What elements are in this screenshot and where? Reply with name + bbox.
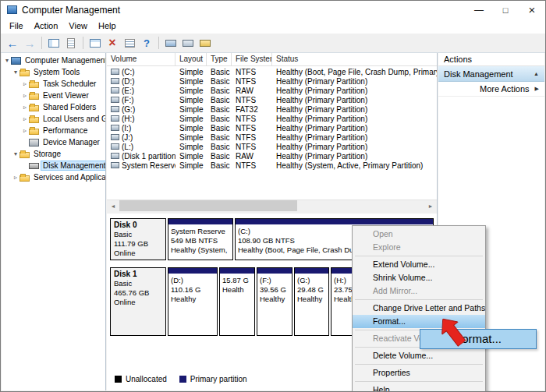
tree-item-shared-folders[interactable]: ▹ Shared Folders	[2, 101, 105, 113]
scroll-right-icon[interactable]: ►	[424, 200, 437, 212]
column-volume[interactable]: Volume	[107, 53, 176, 65]
table-row[interactable]: (Disk 1 partition 2) Simple Basic RAW He…	[107, 151, 437, 161]
volume-icon	[111, 162, 119, 168]
table-row[interactable]: (J:) Simple Basic NTFS Healthy (Primary …	[107, 132, 437, 142]
forward-icon[interactable]	[21, 35, 38, 51]
menu-item-properties[interactable]: Properties	[353, 366, 485, 380]
actions-group-disk-management[interactable]: Disk Management ▲	[438, 66, 544, 82]
menu-bar: File Action View Help	[1, 19, 545, 34]
menu-item-format[interactable]: Format...	[353, 315, 485, 328]
volume-icon	[111, 69, 119, 75]
title-bar: Computer Management — □ ×	[1, 1, 545, 19]
tree-item-computer-management[interactable]: ▾ Computer Management (Local	[2, 55, 105, 66]
scroll-left-icon[interactable]: ◄	[107, 200, 119, 212]
tree-item-storage[interactable]: ▾ Storage	[2, 148, 105, 160]
volume-icon	[111, 134, 119, 140]
toolbar-separator	[158, 37, 159, 49]
disk-1-header[interactable]: Disk 1 Basic 465.76 GB Online	[110, 267, 166, 336]
expander-icon[interactable]: ▹	[21, 92, 29, 99]
column-status[interactable]: Status	[272, 53, 437, 65]
window-controls: — □ ×	[466, 1, 545, 19]
table-row[interactable]: System Reserved (K:) Simple Basic NTFS H…	[107, 161, 437, 170]
table-row[interactable]: (F:) Simple Basic NTFS Healthy (Primary …	[107, 95, 437, 104]
folder-icon	[29, 105, 39, 111]
partition-g[interactable]: (G:) 29.48 G Healthy	[294, 267, 329, 336]
menu-item-help[interactable]: Help	[353, 383, 485, 392]
collapse-icon[interactable]: ▲	[534, 71, 539, 76]
tree-item-task-scheduler[interactable]: ▹ Task Scheduler	[2, 78, 105, 90]
partition-d[interactable]: (D:) 110.16 G Healthy	[168, 267, 218, 336]
menu-item-delete-volume[interactable]: Delete Volume...	[353, 349, 485, 362]
menu-item-extend-volume[interactable]: Extend Volume...	[353, 258, 485, 271]
expander-icon[interactable]: ▾	[12, 150, 20, 157]
menu-item-explore: Explore	[353, 241, 485, 254]
column-layout[interactable]: Layout	[176, 53, 207, 65]
menu-separator	[355, 364, 483, 365]
volume-icon	[111, 125, 119, 131]
menu-action[interactable]: Action	[29, 19, 64, 34]
column-type[interactable]: Type	[207, 53, 232, 65]
table-row[interactable]: (L:) Simple Basic NTFS Healthy (Primary …	[107, 142, 437, 151]
table-row[interactable]: (H:) Simple Basic NTFS Healthy (Primary …	[107, 114, 437, 123]
maximize-button[interactable]: □	[492, 1, 519, 19]
menu-item-shrink-volume[interactable]: Shrink Volume...	[353, 271, 485, 284]
expander-icon[interactable]: ▹	[21, 80, 29, 87]
legend-primary-partition: Primary partition	[179, 375, 247, 383]
scrollbar-thumb[interactable]	[119, 200, 297, 212]
tree-item-services-and-applications[interactable]: ▹ Services and Applications	[2, 171, 105, 183]
table-row[interactable]: (D:) Simple Basic NTFS Healthy (Primary …	[107, 76, 437, 86]
horizontal-scrollbar[interactable]: ◄ ►	[107, 200, 437, 211]
expander-icon[interactable]: ▹	[21, 127, 29, 134]
back-icon[interactable]	[4, 35, 21, 51]
toolbar-separator	[41, 37, 42, 49]
column-file-system[interactable]: File System	[232, 53, 272, 65]
expander-icon[interactable]: ▾	[3, 57, 11, 64]
expander-icon[interactable]: ▹	[12, 174, 20, 181]
partition-f[interactable]: (F:) 39.56 G Healthy	[257, 267, 292, 336]
partition-legend: Unallocated Primary partition	[115, 375, 260, 383]
export-list-icon[interactable]	[62, 35, 80, 51]
tree-item-performance[interactable]: ▹ Performance	[2, 125, 105, 136]
scrollbar-track[interactable]	[119, 200, 424, 212]
partition-e[interactable]: 15.87 G Health	[219, 267, 255, 336]
disk-yellow-icon[interactable]	[197, 35, 214, 51]
expander-icon[interactable]: ▾	[12, 69, 20, 76]
folder-icon	[20, 175, 30, 182]
expander-icon[interactable]: ▹	[21, 104, 29, 111]
close-button[interactable]: ×	[519, 1, 545, 19]
delete-icon[interactable]	[104, 35, 121, 51]
primary-partition-swatch	[179, 376, 186, 383]
legend-unallocated: Unallocated	[115, 375, 167, 383]
disk-gray-icon[interactable]	[179, 35, 197, 51]
partition-color-strip	[168, 219, 232, 224]
help-icon[interactable]	[138, 35, 155, 51]
menu-file[interactable]: File	[4, 19, 29, 34]
show-pane-icon[interactable]	[87, 35, 104, 51]
tree-item-local-users-and-groups[interactable]: ▹ Local Users and Groups	[2, 113, 105, 125]
console-window-icon[interactable]	[45, 35, 62, 51]
menu-view[interactable]: View	[63, 19, 93, 34]
table-row[interactable]: (G:) Simple Basic FAT32 Healthy (Primary…	[107, 104, 437, 114]
partition-color-strip	[236, 219, 433, 224]
more-actions[interactable]: More Actions ▶	[438, 82, 544, 97]
expander-icon[interactable]: ▹	[21, 115, 29, 122]
volume-table-body: (C:) Simple Basic NTFS Healthy (Boot, Pa…	[107, 67, 437, 170]
menu-help[interactable]: Help	[93, 19, 122, 34]
table-row[interactable]: (E:) Simple Basic RAW Healthy (Primary P…	[107, 86, 437, 95]
volume-icon	[111, 115, 119, 122]
partition-system-reserve[interactable]: System Reserve 549 MB NTFS Healthy (Syst…	[168, 218, 233, 260]
table-row[interactable]: (C:) Simple Basic NTFS Healthy (Boot, Pa…	[107, 67, 437, 76]
tree-item-device-manager[interactable]: Device Manager	[2, 136, 105, 148]
disk-0-header[interactable]: Disk 0 Basic 111.79 GB Online	[110, 218, 166, 260]
menu-item-change-drive-letter[interactable]: Change Drive Letter and Paths...	[353, 302, 485, 315]
disk-blue-icon[interactable]	[162, 35, 179, 51]
table-row[interactable]: (I:) Simple Basic NTFS Healthy (Primary …	[107, 123, 437, 132]
computer-icon	[11, 57, 21, 65]
tree-item-disk-management[interactable]: Disk Management	[2, 160, 105, 171]
tree-item-event-viewer[interactable]: ▹ Event Viewer	[2, 90, 105, 101]
properties-list-icon[interactable]	[121, 35, 138, 51]
context-menu: Open Explore Extend Volume... Shrink Vol…	[352, 225, 486, 392]
minimize-button[interactable]: —	[466, 1, 492, 19]
tree-item-system-tools[interactable]: ▾ System Tools	[2, 66, 105, 78]
volume-icon	[111, 106, 119, 112]
